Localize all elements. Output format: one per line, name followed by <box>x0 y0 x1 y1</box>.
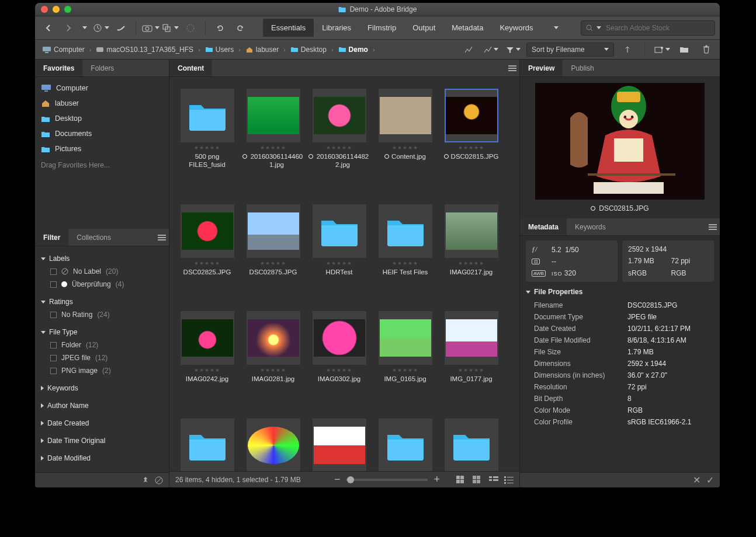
content-thumbnail[interactable]: ★★★★★IMG_0165.jpg <box>374 311 436 383</box>
crumb-computer[interactable]: Computer <box>40 44 87 55</box>
rating-stars[interactable]: ★★★★★ <box>392 260 418 266</box>
workspace-more-dropdown[interactable] <box>547 20 565 36</box>
rotate-cw-button[interactable] <box>231 20 249 36</box>
content-thumbnail[interactable]: ★★★★★HDRTest <box>308 204 370 277</box>
nav-forward-button[interactable] <box>60 20 77 36</box>
rating-stars[interactable]: ★★★★★ <box>326 145 352 151</box>
crumb-desktop[interactable]: Desktop <box>288 44 329 55</box>
filter-row[interactable]: No Rating (24) <box>35 308 169 321</box>
nav-back-button[interactable] <box>40 20 57 36</box>
content-thumbnail[interactable]: ★★★★★ <box>374 419 436 471</box>
new-folder-button[interactable] <box>675 41 693 58</box>
zoom-out-button[interactable]: − <box>334 473 341 486</box>
crumb-disk[interactable]: macOS10.13_17A365_HFS <box>93 44 196 55</box>
crumb-users[interactable]: Users <box>203 44 236 55</box>
rating-stars[interactable]: ★★★★★ <box>392 145 418 151</box>
workspace-tab-essentials[interactable]: Essentials <box>263 19 314 37</box>
content-thumbnail[interactable]: ★★★★★201603061144822.jpg <box>308 89 370 169</box>
thumb-quality-dropdown[interactable] <box>482 41 500 58</box>
content-thumbnail[interactable]: ★★★★★IMAG0302.jpg <box>308 311 370 383</box>
checkbox-icon[interactable] <box>50 342 57 348</box>
sort-direction-button[interactable] <box>619 41 636 58</box>
view-details-button[interactable] <box>489 476 498 484</box>
content-thumbnail[interactable]: ★★★★★ <box>176 419 238 471</box>
content-thumbnail[interactable]: ★★★★★201603061144601.jpg <box>242 89 304 169</box>
content-thumbnail[interactable]: ★★★★★Content.jpg <box>374 89 436 169</box>
content-thumbnail[interactable]: ★★★★★DSC02825.JPG <box>176 204 238 277</box>
filter-section-datecreated[interactable]: Date Created <box>35 417 169 430</box>
content-panel-menu[interactable] <box>505 60 519 76</box>
pin-icon[interactable] <box>142 476 149 484</box>
rating-stars[interactable]: ★★★★★ <box>260 367 286 373</box>
filter-section-ratings[interactable]: Ratings <box>35 295 169 308</box>
preview-image[interactable] <box>535 83 705 200</box>
metadata-value[interactable]: sRGB IEC61966-2.1 <box>627 418 714 426</box>
filter-section-keywords[interactable]: Keywords <box>35 382 169 395</box>
rating-stars[interactable]: ★★★★★ <box>458 260 484 266</box>
workspace-tab-output[interactable]: Output <box>404 19 443 37</box>
clear-filter-icon[interactable] <box>155 476 163 484</box>
content-thumbnail[interactable]: ★★★★★ <box>441 419 502 471</box>
content-thumbnail[interactable]: ★★★★★IMG_0177.jpg <box>441 311 502 383</box>
tab-publish[interactable]: Publish <box>563 60 602 76</box>
refine-button[interactable] <box>162 20 179 36</box>
favorite-desktop[interactable]: Desktop <box>35 111 169 126</box>
content-thumbnail[interactable]: ★★★★★IMAG0281.jpg <box>242 311 304 383</box>
workspace-tab-filmstrip[interactable]: Filmstrip <box>359 19 404 37</box>
content-thumbnail[interactable]: ★★★★★ <box>308 419 370 471</box>
rating-stars[interactable]: ★★★★★ <box>458 145 484 151</box>
tab-folders[interactable]: Folders <box>82 60 122 76</box>
metadata-value[interactable]: 72 ppi <box>627 383 714 391</box>
favorite-home[interactable]: labuser <box>35 96 169 111</box>
metadata-value[interactable]: 1.79 MB <box>627 348 714 356</box>
window-zoom-button[interactable] <box>64 6 71 13</box>
favorite-computer[interactable]: Computer <box>35 81 169 96</box>
filter-panel-menu[interactable] <box>155 229 169 246</box>
content-thumbnail[interactable]: ★★★★★DSC02875.JPG <box>242 204 304 277</box>
content-thumbnail[interactable]: ★★★★★ <box>242 419 304 471</box>
metadata-value[interactable]: RGB <box>627 406 714 414</box>
search-scope-dropdown[interactable] <box>597 26 601 29</box>
tab-keywords[interactable]: Keywords <box>567 218 614 235</box>
content-thumbnail[interactable]: ★★★★★DSC02815.JPG <box>441 89 502 169</box>
filter-items-button[interactable] <box>504 41 522 58</box>
sort-dropdown[interactable]: Sort by Filename <box>526 43 614 57</box>
rating-stars[interactable]: ★★★★★ <box>260 260 286 266</box>
checkbox-icon[interactable] <box>50 368 57 374</box>
window-minimize-button[interactable] <box>53 6 60 13</box>
nav-recent-dropdown[interactable] <box>79 20 90 36</box>
metadata-cancel-button[interactable]: ✕ <box>693 475 700 486</box>
checkbox-icon[interactable] <box>50 281 57 288</box>
tab-filter[interactable]: Filter <box>35 229 68 246</box>
filter-row[interactable]: JPEG file(12) <box>35 351 169 364</box>
content-thumbnail[interactable]: ★★★★★IMAG0242.jpg <box>176 311 238 383</box>
workspace-tab-libraries[interactable]: Libraries <box>314 19 359 37</box>
search-adobe-stock[interactable] <box>581 20 715 36</box>
view-list-button[interactable] <box>504 476 514 484</box>
filter-row[interactable]: Folder(12) <box>35 339 169 351</box>
tab-collections[interactable]: Collections <box>68 229 119 246</box>
crumb-home[interactable]: labuser <box>243 44 281 55</box>
filter-section-dto[interactable]: Date Time Original <box>35 434 169 447</box>
metadata-value[interactable]: 8 <box>627 395 714 403</box>
content-thumbnail[interactable]: ★★★★★500 png FILES_fusid <box>176 89 238 169</box>
rating-stars[interactable]: ★★★★★ <box>392 367 418 373</box>
favorite-documents[interactable]: Documents <box>35 126 169 141</box>
favorite-pictures[interactable]: Pictures <box>35 141 169 156</box>
open-camera-raw-button[interactable] <box>182 20 199 36</box>
rating-stars[interactable]: ★★★★★ <box>458 367 484 373</box>
content-thumbnail[interactable]: ★★★★★HEIF Test Files <box>374 204 436 277</box>
checkbox-icon[interactable] <box>50 312 57 318</box>
get-photos-button[interactable] <box>142 20 159 36</box>
zoom-in-button[interactable]: + <box>434 473 440 486</box>
rating-stars[interactable]: ★★★★★ <box>260 145 286 151</box>
filter-section-author[interactable]: Author Name <box>35 399 169 412</box>
content-thumbnail[interactable]: ★★★★★IMAG0217.jpg <box>441 204 502 277</box>
metadata-value[interactable]: 8/6/18, 4:13:16 AM <box>627 336 714 344</box>
view-thumbnails-button[interactable] <box>456 476 467 484</box>
workspace-tab-metadata[interactable]: Metadata <box>443 19 491 37</box>
filter-row[interactable]: No Label (20) <box>35 265 169 278</box>
metadata-value[interactable]: 10/2/11, 6:21:17 PM <box>627 325 714 333</box>
metadata-value[interactable]: JPEG file <box>627 313 714 321</box>
filter-section-datemod[interactable]: Date Modified <box>35 452 169 465</box>
